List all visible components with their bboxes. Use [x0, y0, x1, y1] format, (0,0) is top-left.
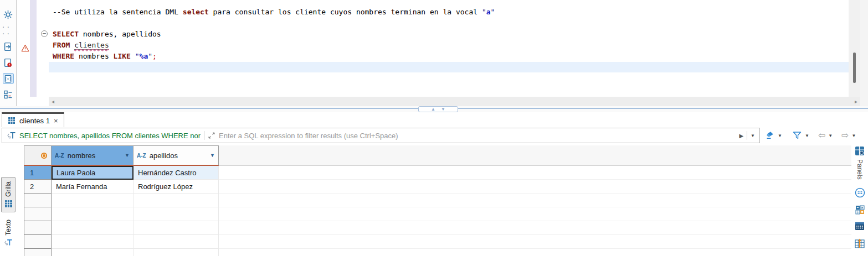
code-line[interactable]: SELECT nombres, apellidos [53, 29, 495, 40]
table-cell-empty[interactable] [133, 194, 219, 207]
code-token: " [148, 52, 152, 60]
editor-overview-strip [30, 0, 37, 97]
code-line[interactable] [53, 18, 495, 29]
refresh-table-button[interactable] [855, 238, 865, 248]
toolbar-overflow-button[interactable]: · · · · [3, 25, 14, 36]
empty-table-row [24, 221, 851, 235]
code-token [70, 41, 74, 49]
code-line[interactable]: FROM clientes [53, 40, 495, 51]
record-mode-radio-icon[interactable] [41, 153, 47, 159]
table-cell-empty[interactable] [52, 207, 133, 221]
table-cell-empty[interactable] [133, 249, 219, 256]
code-token: a [486, 8, 491, 16]
filter-input[interactable]: Enter a SQL expression to filter results… [219, 132, 736, 140]
sash-collapse-widget[interactable]: ▲ ▼ [418, 106, 458, 112]
row-header[interactable] [24, 207, 52, 221]
row-header[interactable] [24, 194, 52, 207]
dots-icon: · · · · [3, 24, 14, 37]
code-token: --Se utiliza la sentencia DML [53, 8, 183, 16]
scroll-left-icon[interactable]: ◂ [52, 98, 54, 105]
sql-code-area[interactable]: − --Se utiliza la sentencia DML select p… [37, 0, 849, 97]
code-token: ; [152, 52, 157, 60]
panels-button[interactable] [855, 146, 865, 156]
empty-table-row [24, 249, 851, 256]
table-cell-empty[interactable] [52, 235, 133, 249]
tab-grilla[interactable]: Grilla [1, 177, 16, 212]
editor-results-sash[interactable]: ▲ ▼ [0, 106, 868, 112]
clear-filter-button[interactable] [764, 131, 775, 140]
code-token: " [491, 8, 495, 16]
execute-settings-button[interactable] [3, 9, 14, 20]
scrollbar-thumb[interactable] [853, 53, 856, 83]
row-header[interactable] [24, 235, 52, 249]
nav-forward-icon[interactable]: ⇨ [841, 131, 849, 140]
row-header[interactable] [24, 249, 52, 256]
code-token: nombres [74, 52, 113, 60]
tab-texto[interactable]: Texto [1, 216, 16, 250]
grid-header-filler [219, 145, 851, 166]
table-cell-empty[interactable] [133, 207, 219, 221]
table-cell-empty[interactable] [52, 221, 133, 235]
nav-back-icon[interactable]: ⇦ [818, 131, 825, 140]
expand-filter-icon[interactable] [208, 132, 215, 139]
editor-vertical-scrollbar[interactable] [849, 0, 860, 97]
nav-forward-caret-icon[interactable]: ▼ [852, 133, 856, 138]
table-cell-empty[interactable] [133, 221, 219, 235]
table-cell-apellidos[interactable]: Rodríguez López [133, 180, 219, 194]
table-cell-nombres[interactable]: María Fernanda [52, 180, 133, 194]
table-cell-empty[interactable] [52, 194, 133, 207]
sql-editor-active-button[interactable]: [x] [3, 73, 14, 84]
clear-filter-caret-icon[interactable]: ▼ [778, 133, 782, 138]
collapse-down-icon[interactable]: ▼ [441, 107, 445, 112]
table-cell-apellidos[interactable]: Hernández Castro [133, 166, 219, 180]
new-script-error-button[interactable] [3, 57, 14, 68]
code-token: FROM [53, 41, 70, 49]
text-view-icon [4, 238, 13, 247]
result-tab-clientes[interactable]: clientes 1 × [2, 112, 64, 127]
table-cell-nombres[interactable]: Laura Paola [52, 166, 133, 180]
apply-filter-icon[interactable]: ▶ [739, 133, 743, 139]
code-line[interactable]: --Se utiliza la sentencia DML select par… [53, 7, 495, 18]
row-header[interactable]: 1 [24, 166, 52, 180]
outline-button[interactable] [3, 89, 14, 100]
column-header-nombres[interactable]: A-Znombres▼ [52, 145, 133, 166]
filter-toolbar: ▼ ▼ ⇦ ▼ ⇨ ▼ [764, 128, 856, 143]
row-filler [219, 249, 851, 256]
empty-table-row [24, 207, 851, 221]
row-filler [219, 180, 851, 194]
grid-corner-cell[interactable] [24, 145, 52, 166]
metadata-panel-button[interactable] [855, 222, 865, 231]
nav-back-caret-icon[interactable]: ▼ [828, 133, 833, 138]
code-token: %a [140, 52, 148, 60]
code-lines: --Se utiliza la sentencia DML select par… [53, 7, 495, 62]
code-token: " [482, 8, 486, 16]
table-cell-empty[interactable] [52, 249, 133, 256]
collapse-up-icon[interactable]: ▲ [431, 107, 435, 112]
execute-script-button[interactable] [3, 41, 14, 52]
grid-table-icon [8, 117, 16, 124]
column-menu-caret-icon[interactable]: ▼ [210, 153, 215, 158]
filter-history-caret-icon[interactable]: ▼ [751, 133, 755, 138]
table-cell-empty[interactable] [133, 235, 219, 249]
row-header[interactable]: 2 [24, 180, 52, 194]
row-filler [219, 221, 851, 235]
document-sql-icon: [x] [4, 75, 12, 83]
gear-icon [3, 10, 13, 19]
calc-panel-button[interactable] [855, 205, 865, 215]
row-header[interactable] [24, 221, 52, 235]
column-header-apellidos[interactable]: A-Zapellidos▼ [133, 145, 219, 166]
column-menu-caret-icon[interactable]: ▼ [125, 153, 130, 158]
code-line[interactable]: WHERE nombres LIKE "%a"; [53, 51, 495, 62]
filter-bar[interactable]: SELECT nombres, apellidos FROM clientes … [2, 128, 760, 143]
presentation-tab-strip: Grilla Texto [0, 144, 18, 256]
code-fold-collapse-icon[interactable]: − [41, 30, 48, 37]
value-viewer-button[interactable] [855, 187, 865, 198]
close-icon[interactable]: × [54, 117, 58, 125]
filter-funnel-caret-icon[interactable]: ▼ [805, 133, 809, 138]
filter-funnel-button[interactable] [792, 131, 802, 140]
code-token: " [135, 52, 140, 60]
scroll-right-icon[interactable]: ▸ [855, 98, 857, 105]
divider [204, 131, 204, 140]
code-token: WHERE [53, 52, 74, 60]
editor-horizontal-scrollbar[interactable]: ◂ ▸ [49, 97, 860, 106]
